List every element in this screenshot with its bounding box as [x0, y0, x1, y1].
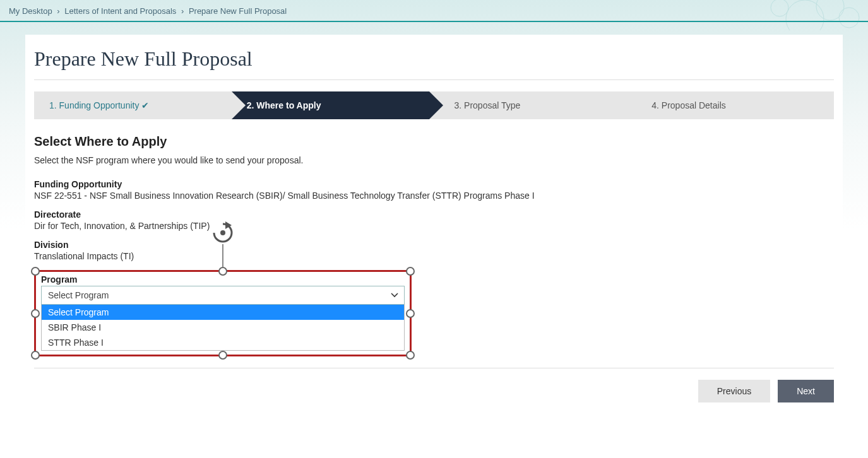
section-description: Select the NSF program where you would l… [34, 155, 834, 165]
program-select[interactable]: Select Program [41, 286, 405, 305]
main-content: Prepare New Full Proposal 1. Funding Opp… [25, 35, 843, 421]
check-icon: ✔ [141, 100, 149, 110]
field-funding-opportunity: Funding Opportunity NSF 22-551 - NSF Sma… [34, 179, 834, 201]
wizard-step-label: 2. Where to Apply [247, 100, 321, 110]
program-option-placeholder[interactable]: Select Program [42, 305, 404, 320]
field-value: Dir for Tech, Innovation, & Partnerships… [34, 221, 834, 231]
resize-handle[interactable] [31, 351, 40, 360]
program-dropdown-list: Select Program SBIR Phase I STTR Phase I [41, 305, 405, 351]
wizard-step-proposal-details[interactable]: 4. Proposal Details [636, 91, 834, 119]
breadcrumb-link-letters[interactable]: Letters of Intent and Proposals [64, 6, 176, 16]
wizard-step-label: 4. Proposal Details [651, 100, 726, 110]
resize-handle[interactable] [31, 309, 40, 318]
next-button[interactable]: Next [778, 380, 834, 402]
wizard-steps: 1. Funding Opportunity ✔ 2. Where to App… [34, 91, 834, 119]
resize-handle[interactable] [218, 267, 227, 276]
resize-handle[interactable] [218, 351, 227, 360]
breadcrumb-link-desktop[interactable]: My Desktop [9, 6, 52, 16]
field-directorate: Directorate Dir for Tech, Innovation, & … [34, 209, 834, 231]
divider [34, 79, 834, 80]
resize-handle[interactable] [406, 351, 415, 360]
previous-button[interactable]: Previous [698, 380, 770, 402]
page-title: Prepare New Full Proposal [34, 47, 834, 71]
field-division: Division Translational Impacts (TI) [34, 240, 834, 261]
field-label: Directorate [34, 209, 834, 220]
field-value: Translational Impacts (TI) [34, 251, 834, 261]
wizard-step-label: 1. Funding Opportunity [49, 100, 139, 110]
breadcrumb: My Desktop › Letters of Intent and Propo… [0, 0, 868, 22]
annotation-selection-box: Program Select Program Select Program SB… [34, 270, 412, 356]
wizard-step-label: 3. Proposal Type [455, 100, 521, 110]
divider [34, 368, 834, 368]
footer-buttons: Previous Next [34, 380, 834, 402]
section-title: Select Where to Apply [34, 134, 834, 149]
resize-handle[interactable] [31, 267, 40, 276]
field-value: NSF 22-551 - NSF Small Business Innovati… [34, 191, 834, 201]
resize-handle[interactable] [406, 267, 415, 276]
resize-handle[interactable] [406, 309, 415, 318]
wizard-step-proposal-type[interactable]: 3. Proposal Type [429, 91, 637, 119]
rotate-icon[interactable] [210, 220, 235, 245]
field-label: Division [34, 240, 834, 250]
program-option-sbir-phase-i[interactable]: SBIR Phase I [42, 320, 404, 335]
wizard-step-where-to-apply[interactable]: 2. Where to Apply [232, 91, 429, 119]
annotation-rotate-connector [222, 244, 223, 267]
breadcrumb-separator: › [57, 6, 59, 16]
field-label: Funding Opportunity [34, 179, 834, 189]
wizard-step-funding-opportunity[interactable]: 1. Funding Opportunity ✔ [34, 91, 232, 119]
field-label-program: Program [41, 274, 405, 285]
breadcrumb-current: Prepare New Full Proposal [189, 6, 287, 16]
program-option-sttr-phase-i[interactable]: STTR Phase I [42, 335, 404, 350]
breadcrumb-separator: › [181, 6, 184, 16]
svg-point-5 [220, 230, 225, 235]
